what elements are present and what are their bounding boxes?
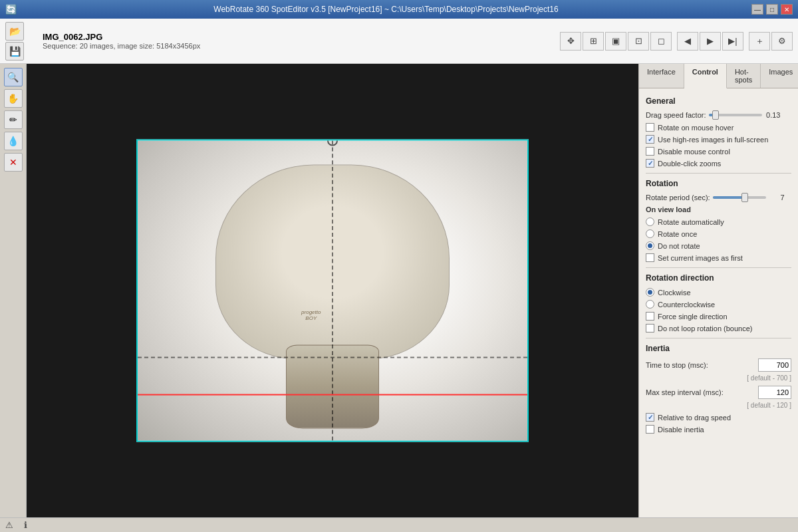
info-icon[interactable]: ℹ — [24, 520, 27, 530]
open-button[interactable]: 📂 — [5, 22, 24, 41]
use-hires-checkbox[interactable] — [646, 135, 654, 144]
time-to-stop-row: Time to stop (msc): — [646, 358, 791, 372]
time-to-stop-input[interactable] — [758, 358, 791, 372]
max-step-row: Max step interval (msc): — [646, 386, 791, 399]
prev-button[interactable]: ◀ — [677, 32, 698, 51]
disable-mouse-checkbox[interactable] — [646, 147, 654, 156]
pencil-tool-button[interactable]: ✏ — [4, 110, 23, 129]
force-single-label: Force single direction — [658, 313, 728, 321]
drag-speed-row: Drag speed factor: 0.13 — [646, 111, 791, 119]
add-button[interactable]: ＋ — [749, 32, 770, 51]
divider-1 — [646, 173, 791, 174]
maximize-button[interactable]: □ — [766, 4, 778, 15]
divider-3 — [646, 338, 791, 338]
set-current-first-checkbox[interactable] — [646, 253, 654, 262]
hand-tool-button[interactable]: ✋ — [4, 89, 23, 108]
crop-button[interactable]: ⊡ — [628, 32, 649, 51]
content-area: 🔍 ✋ ✏ 💧 ✕ progettoBOY — [0, 64, 798, 517]
period-slider[interactable] — [713, 196, 766, 199]
eyedrop-tool-button[interactable]: 💧 — [4, 132, 23, 150]
relative-drag-checkbox[interactable] — [646, 413, 654, 422]
tab-control[interactable]: Control — [684, 64, 727, 88]
time-to-stop-label: Time to stop (msc): — [646, 361, 754, 369]
drag-speed-label: Drag speed factor: — [646, 111, 706, 119]
period-label: Rotate period (sec): — [646, 194, 710, 201]
rotation-direction-title: Rotation direction — [646, 273, 791, 283]
disable-inertia-row: Disable inertia — [646, 425, 791, 434]
rotate-mouse-label: Rotate on mouse hover — [658, 124, 733, 132]
app-container: 📂 💾 IMG_0062.JPG Sequence: 20 images, im… — [0, 19, 798, 532]
clockwise-radio[interactable] — [646, 288, 654, 297]
canvas-inner: progettoBOY — [136, 140, 529, 442]
relative-drag-row: Relative to drag speed — [646, 413, 791, 422]
drag-speed-value: 0.13 — [765, 111, 781, 119]
clockwise-label: Clockwise — [658, 289, 691, 297]
inertia-section-title: Inertia — [646, 344, 791, 353]
settings-button[interactable]: ⚙ — [771, 32, 793, 51]
use-hires-row: Use high-res images in full-screen — [646, 135, 791, 144]
app-icon: 🔄 — [5, 4, 17, 15]
rotate-mouse-checkbox[interactable] — [646, 123, 654, 132]
delete-tool-button[interactable]: ✕ — [4, 153, 23, 172]
title-bar: 🔄 WebRotate 360 SpotEditor v3.5 [NewProj… — [0, 0, 798, 19]
do-not-rotate-label: Do not rotate — [658, 242, 700, 250]
shape-button[interactable]: ◻ — [650, 32, 672, 51]
panel-content: General Drag speed factor: 0.13 — [639, 88, 798, 517]
period-value: 7 — [769, 194, 785, 201]
toolbar-actions: ✥ ⊞ ▣ ⊡ ◻ ◀ ▶ ▶| ＋ ⚙ — [560, 32, 793, 51]
rotate-auto-label: Rotate automatically — [658, 218, 724, 226]
no-loop-label: Do not loop rotation (bounce) — [658, 325, 752, 332]
frame-button[interactable]: ▣ — [605, 32, 626, 51]
disable-inertia-checkbox[interactable] — [646, 425, 654, 434]
relative-drag-label: Relative to drag speed — [658, 414, 731, 422]
do-not-rotate-radio[interactable] — [646, 241, 654, 250]
max-step-input[interactable] — [758, 386, 791, 399]
period-thumb[interactable] — [741, 193, 748, 202]
minimize-button[interactable]: — — [751, 4, 763, 15]
use-hires-label: Use high-res images in full-screen — [658, 136, 768, 144]
rotate-once-radio[interactable] — [646, 229, 654, 238]
warning-icon[interactable]: ⚠ — [5, 520, 13, 530]
grid-button[interactable]: ⊞ — [583, 32, 604, 51]
drag-speed-thumb[interactable] — [712, 110, 719, 120]
logo-text: progettoBOY — [301, 309, 321, 321]
clockwise-row: Clockwise — [646, 288, 791, 297]
force-single-row: Force single direction — [646, 312, 791, 321]
rotate-auto-radio[interactable] — [646, 217, 654, 226]
filename: IMG_0062.JPG — [43, 32, 200, 42]
period-slider-container: 7 — [713, 194, 791, 201]
canvas-area[interactable]: progettoBOY — [27, 64, 638, 517]
save-button[interactable]: 💾 — [5, 42, 24, 61]
time-to-stop-hint: [ default - 700 ] — [647, 374, 791, 382]
panel-tabs: Interface Control Hot-spots Images — [639, 64, 798, 88]
period-track — [713, 196, 745, 199]
no-loop-checkbox[interactable] — [646, 324, 654, 332]
rotate-auto-row: Rotate automatically — [646, 217, 791, 226]
close-button[interactable]: ✕ — [781, 4, 793, 15]
tab-images[interactable]: Images — [761, 64, 798, 88]
rotate-once-row: Rotate once — [646, 229, 791, 238]
red-line-indicator — [138, 394, 527, 396]
counterclockwise-radio[interactable] — [646, 300, 654, 309]
tab-hotspots[interactable]: Hot-spots — [727, 64, 761, 88]
next-button[interactable]: ▶| — [722, 32, 743, 51]
zoom-tool-button[interactable]: 🔍 — [4, 68, 23, 86]
double-click-label: Double-click zooms — [658, 160, 721, 168]
file-info: IMG_0062.JPG Sequence: 20 images, image … — [37, 29, 205, 53]
disable-inertia-label: Disable inertia — [658, 426, 704, 434]
max-step-hint: [ default - 120 ] — [647, 402, 791, 409]
rotate-mouse-row: Rotate on mouse hover — [646, 123, 791, 132]
max-step-label: Max step interval (msc): — [646, 388, 754, 396]
double-click-checkbox[interactable] — [646, 159, 654, 168]
rotate-period-row: Rotate period (sec): 7 — [646, 194, 791, 201]
toolbar: 📂 💾 IMG_0062.JPG Sequence: 20 images, im… — [0, 19, 798, 64]
toolbar-left: 📂 💾 — [5, 22, 35, 61]
drag-speed-slider[interactable] — [709, 114, 762, 116]
disable-mouse-label: Disable mouse control — [658, 148, 730, 156]
sequence-info: Sequence: 20 images, image size: 5184x34… — [43, 42, 200, 50]
move-tool-button[interactable]: ✥ — [560, 32, 581, 51]
force-single-checkbox[interactable] — [646, 312, 654, 321]
play-button[interactable]: ▶ — [700, 32, 721, 51]
tab-interface[interactable]: Interface — [639, 64, 684, 88]
title-text: WebRotate 360 SpotEditor v3.5 [NewProjec… — [213, 5, 558, 14]
